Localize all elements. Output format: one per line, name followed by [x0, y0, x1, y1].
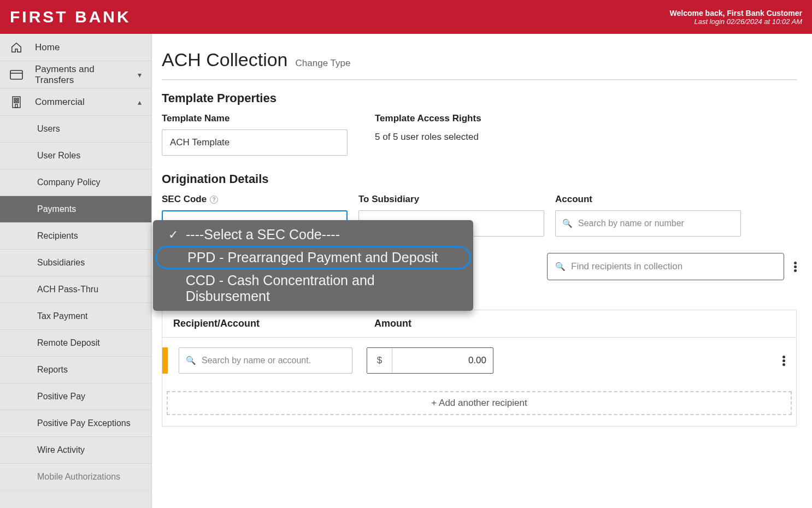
chevron-up-icon: ▴	[138, 98, 142, 107]
sidebar-item-commercial[interactable]: Commercial ▴	[0, 88, 151, 116]
recipient-row: 🔍 Search by name or account. $ 0.00	[162, 337, 796, 383]
chevron-down-icon: ▾	[138, 70, 142, 79]
sec-code-dropdown: ✓ ----Select a SEC Code---- PPD - Prearr…	[153, 220, 473, 311]
sidebar-label-commercial: Commercial	[35, 97, 85, 108]
sec-code-label: SEC Code ?	[162, 194, 348, 205]
sidebar-item-users[interactable]: Users	[0, 116, 151, 143]
template-name-label: Template Name	[162, 113, 348, 124]
access-rights-label: Template Access Rights	[375, 113, 481, 124]
sidebar-item-positive-pay-exceptions[interactable]: Positive Pay Exceptions	[0, 410, 151, 437]
building-icon	[10, 96, 23, 108]
svg-rect-7	[15, 104, 17, 108]
col-amount: Amount	[374, 318, 785, 329]
bank-logo: FIRST BANK	[10, 8, 131, 26]
sec-option-placeholder[interactable]: ✓ ----Select a SEC Code----	[153, 223, 473, 246]
sidebar: Home Payments and Transfers ▾ Commercial…	[0, 34, 152, 508]
sidebar-item-recipients[interactable]: Recipients	[0, 223, 151, 250]
search-icon: 🔍	[186, 356, 196, 365]
app-header: FIRST BANK Welcome back, First Bank Cust…	[0, 0, 812, 34]
sidebar-label-home: Home	[35, 42, 60, 53]
svg-rect-5	[14, 101, 16, 103]
help-icon[interactable]: ?	[210, 196, 218, 204]
row-menu-button[interactable]	[782, 356, 785, 366]
recipients-table: Recipient/Account Amount 🔍 Search by nam…	[162, 310, 797, 427]
svg-rect-3	[14, 98, 16, 100]
template-properties-heading: Template Properties	[162, 91, 797, 105]
sidebar-item-user-roles[interactable]: User Roles	[0, 143, 151, 169]
sidebar-item-wire-activity[interactable]: Wire Activity	[0, 437, 151, 464]
origination-details-heading: Origination Details	[162, 172, 797, 186]
change-type-link[interactable]: Change Type	[296, 58, 351, 69]
sidebar-item-tax-payment[interactable]: Tax Payment	[0, 303, 151, 330]
account-label: Account	[555, 194, 741, 205]
access-rights-value: 5 of 5 user roles selected	[375, 132, 481, 143]
sidebar-item-reports[interactable]: Reports	[0, 357, 151, 383]
page-title: ACH Collection	[162, 49, 288, 70]
add-another-recipient-button[interactable]: + Add another recipient	[167, 391, 792, 415]
sidebar-item-payments[interactable]: Payments	[0, 196, 151, 223]
find-placeholder: Find recipients in collection	[571, 261, 682, 272]
sidebar-item-payments-transfers[interactable]: Payments and Transfers ▾	[0, 61, 151, 88]
sidebar-item-positive-pay[interactable]: Positive Pay	[0, 383, 151, 410]
main-content: ACH Collection Change Type Template Prop…	[152, 34, 812, 508]
search-icon: 🔍	[555, 262, 566, 271]
home-icon	[10, 42, 23, 54]
sidebar-label-payments-transfers: Payments and Transfers	[35, 64, 126, 86]
sidebar-item-home[interactable]: Home	[0, 34, 151, 61]
svg-rect-6	[17, 101, 19, 103]
search-icon: 🔍	[562, 218, 573, 228]
sec-option-ccd[interactable]: CCD - Cash Concentration and Disbursemen…	[153, 269, 473, 308]
to-subsidiary-label: To Subsidiary	[358, 194, 544, 205]
sidebar-item-subsidiaries[interactable]: Subsidiaries	[0, 250, 151, 276]
svg-rect-2	[13, 97, 20, 108]
welcome-block: Welcome back, First Bank Customer Last l…	[670, 9, 802, 26]
row-indicator	[162, 347, 168, 374]
account-search-input[interactable]: 🔍 Search by name or number	[555, 210, 741, 237]
amount-input[interactable]: $ 0.00	[367, 347, 493, 374]
recipient-search-placeholder: Search by name or account.	[202, 356, 311, 365]
svg-rect-0	[10, 70, 22, 79]
find-recipients-input[interactable]: 🔍 Find recipients in collection	[547, 253, 784, 280]
recipient-search-input[interactable]: 🔍 Search by name or account.	[179, 347, 352, 374]
recipients-menu-button[interactable]	[794, 262, 797, 272]
sidebar-item-ach-pass-thru[interactable]: ACH Pass-Thru	[0, 276, 151, 303]
amount-value: 0.00	[392, 355, 493, 366]
svg-rect-4	[17, 98, 19, 100]
sidebar-item-company-policy[interactable]: Company Policy	[0, 169, 151, 196]
last-login-text: Last login 02/26/2024 at 10:02 AM	[670, 17, 802, 26]
welcome-text: Welcome back, First Bank Customer	[670, 9, 802, 17]
template-name-input[interactable]	[162, 129, 348, 156]
sec-option-ppd[interactable]: PPD - Prearranged Payment and Deposit	[155, 246, 471, 269]
card-icon	[10, 70, 23, 80]
col-recipient-account: Recipient/Account	[173, 318, 374, 329]
sidebar-item-mobile-auth[interactable]: Mobile Authorizations	[0, 464, 151, 491]
sidebar-item-remote-deposit[interactable]: Remote Deposit	[0, 330, 151, 357]
currency-label: $	[367, 348, 392, 373]
account-placeholder: Search by name or number	[578, 218, 684, 228]
check-icon: ✓	[168, 228, 178, 242]
